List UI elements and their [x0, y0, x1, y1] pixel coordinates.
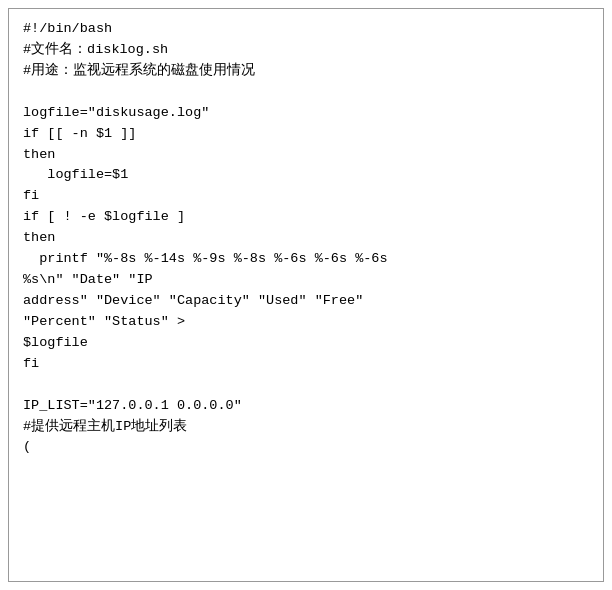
- code-editor: #!/bin/bash #文件名：disklog.sh #用途：监视远程系统的磁…: [8, 8, 604, 582]
- code-content: #!/bin/bash #文件名：disklog.sh #用途：监视远程系统的磁…: [23, 19, 589, 458]
